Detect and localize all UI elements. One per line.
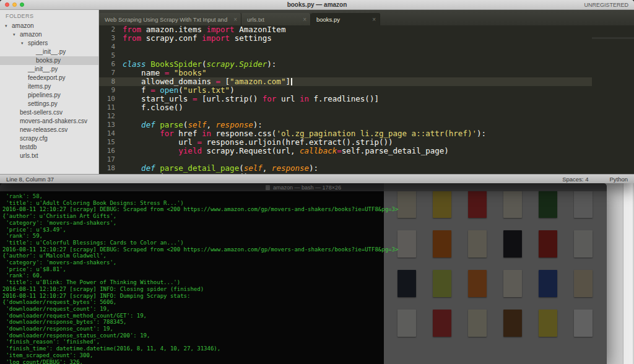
terminal-line: 'downloader/request_method_count/GET': 1… bbox=[2, 313, 607, 319]
close-window-button[interactable] bbox=[5, 2, 9, 7]
terminal-line: 'finish_reason': 'finished', bbox=[2, 339, 607, 345]
sidebar-item-new-releases-csv[interactable]: new-releases.csv bbox=[0, 126, 98, 134]
sidebar-item-label: pipelines.py bbox=[28, 91, 61, 100]
sublime-text-window: books.py — amazon UNREGISTERED FOLDERS ▾… bbox=[0, 0, 634, 183]
code-line-6[interactable]: 6class BooksSpider(scrapy.Spider): bbox=[99, 60, 592, 69]
sidebar-item-label: __init__.py bbox=[36, 48, 66, 56]
code-line-12[interactable]: 12 bbox=[99, 112, 592, 121]
code-line-19[interactable]: 19 item = AmazonItem() bbox=[592, 59, 634, 61]
status-bar: Line 8, Column 37 Spaces: 4 Python bbox=[0, 174, 634, 183]
sidebar-item-label: __init__.py bbox=[28, 65, 58, 74]
code-line-2[interactable]: 2from amazon.items import AmazonItem bbox=[99, 25, 592, 34]
code-line-15[interactable]: 15 url = response.urljoin(href.extract()… bbox=[99, 138, 592, 147]
folders-heading: FOLDERS bbox=[0, 10, 98, 22]
code-line-5[interactable]: 5 bbox=[99, 51, 592, 60]
line-number: 3 bbox=[99, 34, 115, 43]
sidebar-item-movers-and-shakers-csv[interactable]: movers-and-shakers.csv bbox=[0, 117, 98, 126]
sidebar-item-feedexport-py[interactable]: feedexport.py bbox=[0, 74, 98, 82]
line-number: 16 bbox=[99, 147, 115, 155]
code-line-10[interactable]: 10 start_urls = [url.strip() for url in … bbox=[99, 95, 592, 103]
code-text: f = open("urls.txt") bbox=[123, 86, 235, 95]
sidebar-item-label: movers-and-shakers.csv bbox=[20, 117, 87, 126]
sidebar-item-amazon[interactable]: ▾amazon bbox=[0, 30, 98, 39]
code-line-13[interactable]: 13 def parse(self, response): bbox=[99, 121, 592, 129]
code-line-7[interactable]: 7 name = "books" bbox=[99, 69, 592, 77]
code-line-11[interactable]: 11 f.close() bbox=[99, 103, 592, 112]
code-line-9[interactable]: 9 f = open("urls.txt") bbox=[99, 86, 592, 95]
disclosure-triangle-icon[interactable]: ▾ bbox=[21, 39, 28, 48]
tab-urls-txt[interactable]: urls.txt× bbox=[241, 13, 311, 25]
sidebar-item-label: scrapy.cfg bbox=[20, 134, 48, 143]
code-line-17[interactable]: 17 bbox=[99, 155, 592, 164]
code-text: def parse(self, response): bbox=[123, 121, 263, 129]
line-number: 2 bbox=[99, 25, 115, 34]
terminal-line: 'item_scraped_count': 300, bbox=[2, 352, 607, 359]
line-number: 13 bbox=[99, 121, 115, 129]
sidebar-item-settings-py[interactable]: settings.py bbox=[0, 100, 98, 108]
sidebar-item-spiders[interactable]: ▾spiders bbox=[0, 39, 98, 48]
sidebar-item-pipelines-py[interactable]: pipelines.py bbox=[0, 91, 98, 100]
window-title-bar[interactable]: books.py — amazon UNREGISTERED bbox=[0, 0, 634, 10]
sidebar-item-items-py[interactable]: items.py bbox=[0, 82, 98, 91]
sidebar-item-init-py[interactable]: __init__.py bbox=[0, 65, 98, 74]
terminal-title-bar[interactable]: amazon — bash — 178×26 bbox=[0, 183, 607, 191]
sidebar-item-testdb[interactable]: testdb bbox=[0, 143, 98, 152]
disclosure-triangle-icon[interactable]: ▾ bbox=[13, 30, 20, 39]
terminal-line: {'author': u'Malcolm Gladwell', bbox=[2, 253, 607, 259]
registration-status: UNREGISTERED bbox=[584, 2, 628, 8]
code-line-8[interactable]: 8 allowed_domains = ["amazon.com"] bbox=[99, 77, 592, 86]
sidebar-item-scrapy-cfg[interactable]: scrapy.cfg bbox=[0, 134, 98, 143]
terminal-line: 'log_count/DEBUG': 326, bbox=[2, 359, 607, 364]
terminal-line: 'title': u'Blink: The Power of Thinking … bbox=[2, 279, 607, 286]
tab-close-icon[interactable]: × bbox=[233, 16, 237, 23]
code-line-4[interactable]: 4 bbox=[99, 43, 592, 51]
code-text: yield scrapy.Request(url, callback=self.… bbox=[123, 147, 449, 155]
terminal-line: 2016-08-11 12:10:27 [scrapy] INFO: Dumpi… bbox=[2, 293, 607, 300]
sidebar-item-best-sellers-csv[interactable]: best-sellers.csv bbox=[0, 108, 98, 117]
tab-close-icon[interactable]: × bbox=[372, 16, 376, 23]
line-number: 10 bbox=[99, 95, 115, 103]
terminal-output[interactable]: 'rank': 58, 'title': u'Adult Coloring Bo… bbox=[0, 191, 607, 364]
terminal-line: 'title': u'Adult Coloring Book Designs: … bbox=[2, 200, 607, 207]
tab-close-icon[interactable]: × bbox=[303, 16, 306, 23]
screen: amazon — bash — 178×26 'rank': 58, 'titl… bbox=[0, 0, 634, 364]
line-number: 17 bbox=[99, 155, 115, 164]
sidebar-item-urls-txt[interactable]: urls.txt bbox=[0, 152, 98, 160]
code-text: f.close() bbox=[123, 103, 183, 112]
tab-books-py[interactable]: books.py× bbox=[311, 13, 380, 25]
browser-scrollbar[interactable] bbox=[623, 183, 633, 364]
line-number: 15 bbox=[99, 138, 115, 147]
line-number: 14 bbox=[99, 129, 115, 138]
disclosure-triangle-icon[interactable]: ▾ bbox=[5, 22, 12, 30]
code-text: class BooksSpider(scrapy.Spider): bbox=[123, 60, 276, 69]
minimap[interactable]: 2from amazon.items import AmazonItem3fro… bbox=[592, 25, 634, 174]
zoom-window-button[interactable] bbox=[20, 2, 24, 7]
code-line-16[interactable]: 16 yield scrapy.Request(url, callback=se… bbox=[99, 147, 592, 155]
code-text: def parse_detail_page(self, response): bbox=[123, 164, 318, 173]
code-line-3[interactable]: 3from scrapy.conf import settings bbox=[99, 34, 592, 43]
line-number: 6 bbox=[99, 60, 115, 69]
terminal-line: 'finish_time': datetime.datetime(2016, 8… bbox=[2, 345, 607, 352]
line-number: 5 bbox=[99, 51, 115, 60]
line-number: 9 bbox=[99, 86, 115, 95]
code-area[interactable]: 2from amazon.items import AmazonItem3fro… bbox=[99, 25, 592, 174]
tab-web-scraping-using-scrapy-with-txt-input-and-csv-o[interactable]: Web Scraping Using Scrapy With Txt Input… bbox=[99, 13, 241, 25]
indent-setting[interactable]: Spaces: 4 bbox=[562, 176, 588, 183]
sidebar-item-label: settings.py bbox=[28, 100, 58, 108]
cursor-position: Line 8, Column 37 bbox=[6, 176, 54, 183]
sidebar-item-amazon[interactable]: ▾amazon bbox=[0, 22, 98, 30]
sidebar-item-init-py[interactable]: __init__.py bbox=[0, 48, 98, 56]
code-line-14[interactable]: 14 for href in response.css('ol.zg_pagin… bbox=[99, 129, 592, 138]
syntax-mode[interactable]: Python bbox=[609, 176, 628, 183]
window-title: books.py — amazon bbox=[287, 1, 347, 8]
sidebar-item-books-py[interactable]: books.py bbox=[0, 56, 98, 65]
terminal-window[interactable]: amazon — bash — 178×26 'rank': 58, 'titl… bbox=[0, 183, 607, 364]
line-number: 12 bbox=[99, 112, 115, 121]
code-line-18[interactable]: 18 def parse_detail_page(self, response)… bbox=[99, 164, 592, 173]
code-line-16[interactable]: 16 yield scrapy.Request(url, callback=se… bbox=[592, 53, 634, 55]
traffic-lights bbox=[5, 0, 24, 9]
sidebar-item-label: amazon bbox=[12, 22, 34, 30]
code-text: url = response.urljoin(href.extract().st… bbox=[123, 138, 393, 147]
minimize-window-button[interactable] bbox=[12, 2, 17, 7]
terminal-line: 2016-08-11 12:10:27 [scrapy] DEBUG: Scra… bbox=[2, 206, 607, 213]
